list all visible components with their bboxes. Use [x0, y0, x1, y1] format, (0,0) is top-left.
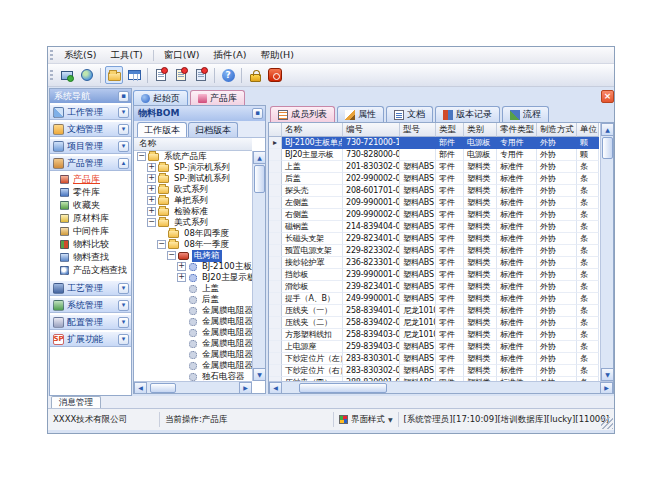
- globe-icon[interactable]: [78, 66, 96, 84]
- doc-badge-icon[interactable]: [172, 66, 190, 84]
- tree-node[interactable]: 08年四季度: [134, 228, 252, 239]
- sidebar-item-产品库[interactable]: 产品库: [50, 173, 131, 186]
- bom-tree-horizontal-scrollbar[interactable]: ◀ ▶: [134, 381, 252, 393]
- tree-node[interactable]: 金属膜电阻器: [134, 349, 252, 360]
- version-tab-工作版本[interactable]: 工作版本: [137, 122, 187, 137]
- table-row[interactable]: 上电源座259-839403-00E塑料ABS零件塑料类标准件外协条: [269, 341, 600, 353]
- sidebar-item-收藏夹[interactable]: 收藏夹: [50, 199, 131, 212]
- table-row[interactable]: 挡纱板239-990001-01E塑料ABS零件塑料类标准件外协条: [269, 269, 600, 281]
- tree-node[interactable]: 金属膜电阻器: [134, 305, 252, 316]
- table-row[interactable]: 下纱定位片（右）283-830302-00E塑料ABS零件塑料类标准件外协条: [269, 365, 600, 377]
- tree-node[interactable]: +BJ20主显示板: [134, 272, 252, 283]
- sidebar-group-系统管理[interactable]: 系统管理▾: [50, 297, 131, 313]
- menu-tools[interactable]: 工具(T): [103, 48, 149, 63]
- member-hscroll-thumb[interactable]: [299, 383, 387, 393]
- expand-plus-icon[interactable]: +: [147, 185, 156, 194]
- menu-system[interactable]: 系统(S): [57, 48, 103, 63]
- doc-tab-产品库[interactable]: 产品库: [190, 90, 245, 105]
- column-header-制造方式[interactable]: 制造方式: [537, 123, 577, 137]
- chevron-down-icon[interactable]: ▾: [118, 124, 129, 135]
- sidebar-item-零件库[interactable]: 零件库: [50, 186, 131, 199]
- tree-node[interactable]: −美式系列: [134, 217, 252, 228]
- menu-help[interactable]: 帮助(H): [253, 48, 301, 63]
- sidebar-item-物料查找[interactable]: 物料查找: [50, 251, 131, 264]
- expand-plus-icon[interactable]: +: [177, 262, 186, 271]
- bom-pin-button[interactable]: ▪: [252, 108, 263, 119]
- sidebar-group-工作管理[interactable]: 工作管理▾: [50, 104, 131, 120]
- column-header-名称[interactable]: 名称: [282, 123, 343, 137]
- tree-node[interactable]: +检验标准: [134, 206, 252, 217]
- exit-icon[interactable]: [266, 66, 284, 84]
- bom-tree-column-header[interactable]: 名称: [134, 138, 252, 151]
- tree-node[interactable]: 独石电容器: [134, 371, 252, 381]
- bom-table-icon[interactable]: [125, 66, 143, 84]
- tree-node[interactable]: +BJ-2100主板单点: [134, 261, 252, 272]
- sidebar-pin-button[interactable]: ▪: [118, 91, 129, 102]
- chevron-down-icon[interactable]: ▾: [118, 334, 129, 345]
- sidebar-item-原材料库[interactable]: 原材料库: [50, 212, 131, 225]
- chevron-down-icon[interactable]: ▾: [118, 300, 129, 311]
- help-icon[interactable]: ?: [219, 66, 237, 84]
- tree-node[interactable]: 上盖: [134, 283, 252, 294]
- bom-tree-scroll-thumb[interactable]: [254, 165, 265, 193]
- table-row[interactable]: 压线夹（二）258-839402-00E尼龙1010零件塑料类标准件外协条: [269, 317, 600, 329]
- tab-成员列表[interactable]: 成员列表: [270, 106, 335, 122]
- sidebar-group-文档管理[interactable]: 文档管理▾: [50, 121, 131, 137]
- new-doc-icon[interactable]: [152, 66, 170, 84]
- column-header-类型[interactable]: 类型: [436, 123, 464, 137]
- menu-plugins[interactable]: 插件(A): [206, 48, 253, 63]
- tab-文档[interactable]: 文档: [386, 106, 433, 122]
- table-row[interactable]: BJ20主显示板730-828000-04E部件电源板专用件外协颗: [269, 149, 600, 161]
- column-header-零件类型[interactable]: 零件类型: [497, 123, 537, 137]
- chevron-down-icon[interactable]: ▾: [118, 317, 129, 328]
- tree-node[interactable]: −系统产品库: [134, 151, 252, 162]
- member-horizontal-scrollbar[interactable]: ◀ ▶: [269, 381, 613, 393]
- table-row[interactable]: 提手（A、B）249-990001-01E塑料ABS零件塑料类标准件外协条: [269, 293, 600, 305]
- sidebar-item-产品文档查找[interactable]: 产品文档查找: [50, 264, 131, 277]
- member-vertical-scrollbar[interactable]: ▲ ▼: [600, 123, 613, 381]
- system-monitor-icon[interactable]: [58, 66, 76, 84]
- tree-node[interactable]: 金属膜电阻器: [134, 338, 252, 349]
- sidebar-group-项目管理[interactable]: 项目管理▾: [50, 138, 131, 154]
- lock-icon[interactable]: [246, 66, 264, 84]
- table-row[interactable]: 压线夹（一）258-839401-00E尼龙1010零件塑料类标准件外协条: [269, 305, 600, 317]
- table-row[interactable]: 预置电源支架229-823302-00E塑料ABS零件塑料类标准件外协条: [269, 245, 600, 257]
- column-header-型号[interactable]: 型号: [400, 123, 436, 137]
- bom-tree-hscroll-thumb[interactable]: [150, 383, 176, 393]
- expand-plus-icon[interactable]: +: [147, 207, 156, 216]
- doc-tab-起始页[interactable]: 起始页: [133, 90, 188, 105]
- scroll-down-icon[interactable]: ▼: [601, 368, 614, 381]
- scroll-up-icon[interactable]: ▲: [601, 123, 614, 136]
- tree-node[interactable]: +欧式系列: [134, 184, 252, 195]
- table-row[interactable]: 后盖202-990002-01E塑料ABS零件塑料类标准件外协条: [269, 173, 600, 185]
- table-row[interactable]: 长磁头支架229-823401-00E塑料ABS零件塑料类标准件外协条: [269, 233, 600, 245]
- collapse-minus-icon[interactable]: −: [137, 152, 146, 161]
- sidebar-group-工艺管理[interactable]: 工艺管理▾: [50, 280, 131, 296]
- chevron-down-icon[interactable]: ▾: [118, 283, 129, 294]
- chevron-up-icon[interactable]: ▴: [118, 158, 129, 169]
- product-folder-icon[interactable]: [105, 66, 123, 84]
- tree-node[interactable]: +SP-测试机系列: [134, 173, 252, 184]
- collapse-minus-icon[interactable]: −: [147, 218, 156, 227]
- scroll-down-icon[interactable]: ▼: [253, 368, 265, 381]
- tree-node[interactable]: 后盖: [134, 294, 252, 305]
- tree-node[interactable]: −电烤箱: [134, 250, 252, 261]
- tab-流程[interactable]: 流程: [502, 106, 549, 122]
- menu-window[interactable]: 窗口(W): [157, 48, 207, 63]
- chevron-down-icon[interactable]: ▾: [118, 141, 129, 152]
- tab-版本记录[interactable]: 版本记录: [435, 106, 500, 122]
- interface-style-button[interactable]: 界面样式 ▼: [334, 412, 399, 427]
- tree-node[interactable]: −08年一季度: [134, 239, 252, 250]
- expand-plus-icon[interactable]: +: [147, 163, 156, 172]
- tree-node[interactable]: 金属膜电阻器: [134, 360, 252, 371]
- chevron-down-icon[interactable]: ▾: [118, 107, 129, 118]
- tree-node[interactable]: +单把系列: [134, 195, 252, 206]
- table-row[interactable]: 左侧盖209-990001-01E塑料ABS零件塑料类标准件外协条: [269, 197, 600, 209]
- sidebar-group-配置管理[interactable]: 配置管理▾: [50, 314, 131, 330]
- table-row[interactable]: ▸BJ-2100主板单点730-721000-12E部件电源板专用件外协颗: [269, 137, 600, 149]
- collapse-minus-icon[interactable]: −: [167, 251, 176, 260]
- scroll-left-icon[interactable]: ◀: [269, 382, 282, 394]
- table-row[interactable]: 方形塑料线扣258-839403-00E尼龙1010零件塑料类标准件外协条: [269, 329, 600, 341]
- doc-remove-icon[interactable]: [192, 66, 210, 84]
- column-header-编号[interactable]: 编号: [343, 123, 400, 137]
